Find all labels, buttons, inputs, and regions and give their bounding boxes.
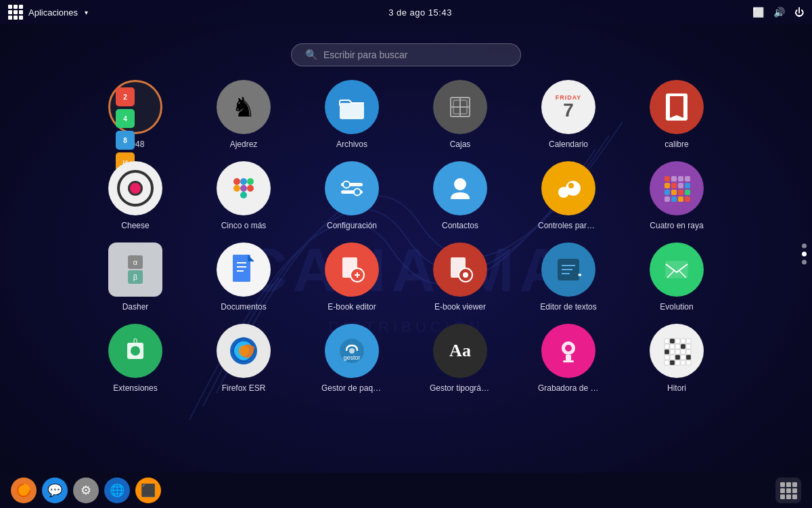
- app-item-cinco[interactable]: Cinco o más: [189, 161, 298, 230]
- app-icon-cuatro: [650, 161, 704, 215]
- svg-point-23: [568, 183, 574, 188]
- app-item-editor-textos[interactable]: ❞ Editor de textos: [514, 242, 623, 312]
- svg-rect-31: [685, 183, 690, 188]
- svg-rect-67: [563, 360, 574, 362]
- app-icon-dasher: α β: [108, 242, 162, 297]
- bottombar: 💬 ⚙ 🌐 ⬛: [0, 473, 812, 508]
- app-icon-firefox: [217, 324, 271, 378]
- app-item-calendario[interactable]: FRIDAY 7 Calendario: [514, 80, 623, 149]
- app-item-cuatro[interactable]: Cuatro en raya: [623, 161, 731, 230]
- app-item-cheese[interactable]: Cheese: [81, 161, 189, 230]
- sidebar-dot-2[interactable]: [802, 252, 807, 257]
- app-icon-cheese: [108, 161, 162, 215]
- svg-rect-73: [664, 344, 669, 349]
- aplicaciones-label[interactable]: Aplicaciones: [28, 7, 78, 18]
- app-icon-config: [325, 161, 379, 215]
- app-item-config[interactable]: Configuración: [298, 161, 406, 230]
- search-box[interactable]: 🔍 Escribir para buscar: [291, 43, 521, 66]
- power-icon[interactable]: ⏻: [794, 7, 804, 18]
- dock-firefox[interactable]: [11, 478, 37, 503]
- app-icon-calibre: [650, 80, 704, 134]
- search-placeholder: Escribir para buscar: [323, 49, 408, 60]
- app-icon-gestor-tip: Aa: [433, 324, 487, 378]
- app-icon-contactos: [433, 161, 487, 215]
- svg-rect-39: [685, 196, 690, 202]
- app-item-ajedrez[interactable]: ♞ Ajedrez: [189, 80, 298, 149]
- svg-rect-72: [686, 339, 691, 343]
- svg-rect-32: [664, 190, 670, 195]
- app-label-evolution: Evolution: [660, 302, 693, 312]
- dock-settings[interactable]: ⚙: [73, 478, 99, 503]
- app-label-firefox: Firefox ESR: [222, 383, 266, 393]
- svg-point-49: [463, 272, 468, 278]
- svg-point-22: [566, 181, 581, 196]
- chevron-down-icon[interactable]: ▾: [85, 9, 88, 16]
- svg-rect-28: [664, 183, 670, 188]
- app-label-ajedrez: Ajedrez: [230, 140, 258, 149]
- app-item-controles[interactable]: Controles parenta...: [514, 161, 623, 230]
- svg-point-62: [349, 348, 355, 354]
- svg-point-13: [240, 185, 247, 192]
- app-item-calibre[interactable]: calibre: [623, 80, 731, 149]
- svg-rect-36: [664, 196, 670, 202]
- app-item-archivos[interactable]: Archivos: [298, 80, 406, 149]
- app-icon-ebook-edit: [325, 242, 379, 297]
- app-item-grabadora[interactable]: Grabadora de son...: [514, 324, 623, 393]
- app-item-extensiones[interactable]: Extensiones: [81, 324, 189, 393]
- app-item-gestor-tip[interactable]: Aa Gestor tipográfico: [406, 324, 514, 393]
- svg-rect-84: [670, 355, 675, 360]
- app-label-extensiones: Extensiones: [113, 383, 157, 393]
- svg-rect-89: [670, 360, 675, 365]
- app-item-firefox[interactable]: Firefox ESR: [189, 324, 298, 393]
- svg-rect-92: [686, 360, 691, 365]
- svg-rect-90: [675, 360, 680, 365]
- svg-text:gestor: gestor: [343, 354, 360, 361]
- app-item-documentos[interactable]: Documentos: [189, 242, 298, 312]
- topbar-datetime: 3 de ago 15:43: [388, 7, 452, 18]
- svg-rect-71: [681, 339, 685, 343]
- svg-rect-37: [671, 196, 677, 202]
- topbar-right: ⬜ 🔊 ⏻: [752, 7, 804, 18]
- app-label-dasher: Dasher: [122, 302, 149, 312]
- app-icon-archivos: [325, 80, 379, 134]
- app-label-calibre: calibre: [664, 140, 688, 149]
- svg-rect-25: [671, 176, 677, 182]
- app-icon-documentos: [217, 242, 271, 297]
- volume-icon[interactable]: 🔊: [773, 7, 785, 18]
- app-label-config: Configuración: [327, 221, 377, 230]
- window-icon[interactable]: ⬜: [752, 7, 764, 18]
- dock-terminal[interactable]: ⬛: [135, 478, 161, 503]
- svg-rect-75: [675, 344, 680, 349]
- svg-rect-79: [670, 350, 675, 354]
- apps-grid-icon[interactable]: [8, 5, 23, 20]
- topbar: Aplicaciones ▾ 3 de ago 15:43 ⬜ 🔊 ⏻: [0, 0, 812, 24]
- svg-rect-85: [675, 355, 680, 360]
- app-icon-gestor-paq: gestor: [325, 324, 379, 378]
- app-item-ebook-view[interactable]: E-book viewer: [406, 242, 514, 312]
- app-item-contactos[interactable]: Contactos: [406, 161, 514, 230]
- app-item-cajas[interactable]: Cajas: [406, 80, 514, 149]
- app-item-2048[interactable]: 2 4 8 16 2048: [81, 80, 189, 149]
- app-item-ebook-edit[interactable]: E-book editor: [298, 242, 406, 312]
- app-item-gestor-paq[interactable]: gestor Gestor de paquet...: [298, 324, 406, 393]
- dock-globe[interactable]: 🌐: [104, 478, 130, 503]
- app-item-dasher[interactable]: α β Dasher: [81, 242, 189, 312]
- svg-rect-70: [675, 339, 680, 343]
- apps-menu-button[interactable]: [775, 478, 801, 503]
- app-grid: 2 4 8 16 2048 ♞ Ajedrez Archivos Cajas F…: [0, 80, 812, 393]
- svg-rect-80: [675, 350, 680, 354]
- app-item-hitori[interactable]: Hitori: [623, 324, 731, 393]
- svg-rect-66: [566, 355, 571, 360]
- svg-rect-86: [681, 355, 685, 360]
- sidebar-dots: [802, 244, 807, 265]
- svg-point-57: [131, 346, 140, 356]
- sidebar-dot-1[interactable]: [802, 244, 807, 249]
- svg-point-12: [233, 185, 240, 192]
- app-label-calendario: Calendario: [549, 140, 588, 149]
- sidebar-dot-3[interactable]: [802, 260, 807, 265]
- svg-rect-81: [681, 350, 685, 354]
- app-item-evolution[interactable]: Evolution: [623, 242, 731, 312]
- svg-rect-77: [686, 344, 691, 349]
- dock-chat[interactable]: 💬: [42, 478, 68, 503]
- svg-point-10: [240, 178, 247, 185]
